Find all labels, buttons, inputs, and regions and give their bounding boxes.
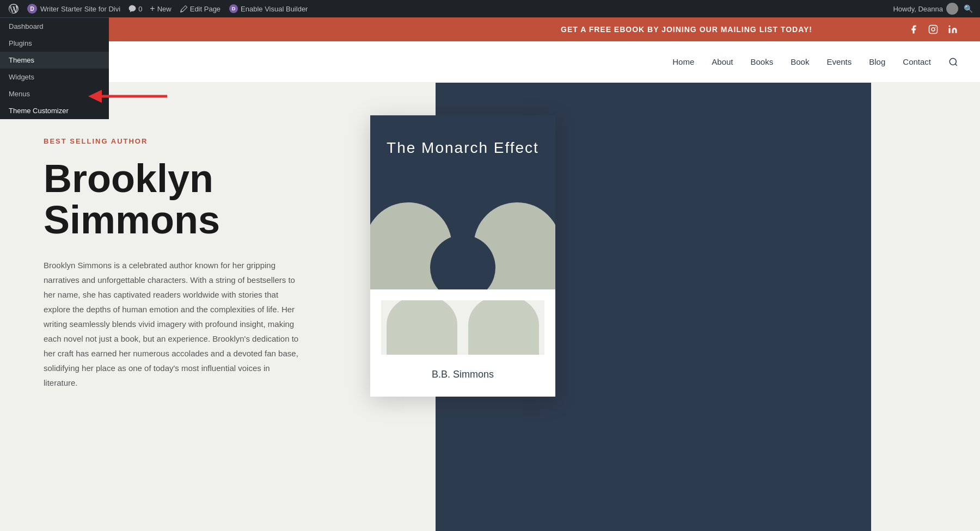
instagram-icon[interactable] xyxy=(928,24,939,35)
enable-vb-item[interactable]: D Enable Visual Builder xyxy=(225,0,312,17)
site-nav: Home About Books Book Events Blog Contac… xyxy=(672,57,958,67)
svg-rect-2 xyxy=(929,26,938,34)
svg-point-7 xyxy=(950,58,956,65)
user-avatar xyxy=(946,3,958,15)
hero-title: Brooklyn Simmons xyxy=(44,158,392,240)
book-author: B.B. Simmons xyxy=(432,363,494,386)
divi-logo: D xyxy=(27,4,37,14)
menu-item-dashboard[interactable]: Dashboard xyxy=(0,18,109,35)
nav-events[interactable]: Events xyxy=(826,57,852,66)
nav-search-icon[interactable] xyxy=(948,57,958,67)
banner-social-icons xyxy=(908,24,958,35)
admin-bar-right: Howdy, Deanna 🔍 xyxy=(893,1,976,16)
site-header: D Home About Books Book Events Blog Cont… xyxy=(0,41,980,83)
book-card: The Monarch Effect B.B. Simmons xyxy=(370,115,555,397)
hero-title-line2: Simmons xyxy=(44,198,220,242)
nav-blog[interactable]: Blog xyxy=(869,57,885,66)
svg-point-4 xyxy=(935,27,936,28)
menu-item-menus[interactable]: Menus xyxy=(0,85,109,102)
nav-book[interactable]: Book xyxy=(791,57,809,66)
comment-icon xyxy=(128,4,137,13)
hero-description: Brooklyn Simmons is a celebrated author … xyxy=(44,258,305,390)
howdy-item[interactable]: Howdy, Deanna xyxy=(893,3,958,15)
hero-section: BEST SELLING AUTHOR Brooklyn Simmons Bro… xyxy=(0,83,980,531)
edit-page-item[interactable]: Edit Page xyxy=(176,0,225,17)
nav-about[interactable]: About xyxy=(712,57,733,66)
svg-point-6 xyxy=(949,26,951,27)
svg-rect-5 xyxy=(949,28,951,33)
menu-item-themes[interactable]: Themes xyxy=(0,52,109,69)
edit-icon xyxy=(180,5,188,13)
site-name-item[interactable]: D Writer Starter Site for Divi xyxy=(23,0,125,17)
wordpress-logo-item[interactable] xyxy=(4,0,23,17)
svg-point-3 xyxy=(932,28,935,31)
menu-item-theme-customizer[interactable]: Theme Customizer xyxy=(0,102,109,119)
hero-right: The Monarch Effect B.B. Simmons xyxy=(436,83,871,531)
howdy-text: Howdy, Deanna xyxy=(893,5,943,13)
hero-subtitle: BEST SELLING AUTHOR xyxy=(44,137,392,145)
book-cover: The Monarch Effect xyxy=(370,115,555,289)
bottom-shape-right xyxy=(468,300,539,355)
plus-icon: + xyxy=(150,4,155,14)
comment-count: 0 xyxy=(138,5,142,13)
book-bottom-shapes xyxy=(381,300,544,355)
site-name-label: Writer Starter Site for Divi xyxy=(40,5,120,13)
site-banner: GET A FREE EBOOK BY JOINING OUR MAILING … xyxy=(0,17,980,41)
admin-search-icon[interactable]: 🔍 xyxy=(960,1,976,16)
divi-vb-icon: D xyxy=(229,4,238,13)
themes-dropdown: Dashboard Plugins Themes Widgets Menus T… xyxy=(0,17,109,119)
admin-bar: D Writer Starter Site for Divi 0 + New E… xyxy=(0,0,980,17)
book-cover-shapes xyxy=(370,192,555,289)
enable-vb-label: Enable Visual Builder xyxy=(241,5,308,13)
hero-title-line1: Brooklyn xyxy=(44,157,213,200)
nav-home[interactable]: Home xyxy=(672,57,694,66)
new-item[interactable]: + New xyxy=(145,0,175,17)
svg-line-8 xyxy=(955,64,957,65)
book-bottom: B.B. Simmons xyxy=(370,289,555,397)
new-label: New xyxy=(157,5,171,13)
wordpress-icon xyxy=(9,4,19,14)
book-title: The Monarch Effect xyxy=(387,137,539,158)
banner-text: GET A FREE EBOOK BY JOINING OUR MAILING … xyxy=(465,25,908,34)
comments-item[interactable]: 0 xyxy=(125,0,145,17)
menu-item-widgets[interactable]: Widgets xyxy=(0,69,109,85)
nav-contact[interactable]: Contact xyxy=(903,57,931,66)
menu-item-plugins[interactable]: Plugins xyxy=(0,35,109,52)
edit-page-label: Edit Page xyxy=(190,5,220,13)
facebook-icon[interactable] xyxy=(908,24,919,35)
linkedin-icon[interactable] xyxy=(947,24,958,35)
nav-books[interactable]: Books xyxy=(751,57,774,66)
bottom-shape-left xyxy=(387,300,457,355)
